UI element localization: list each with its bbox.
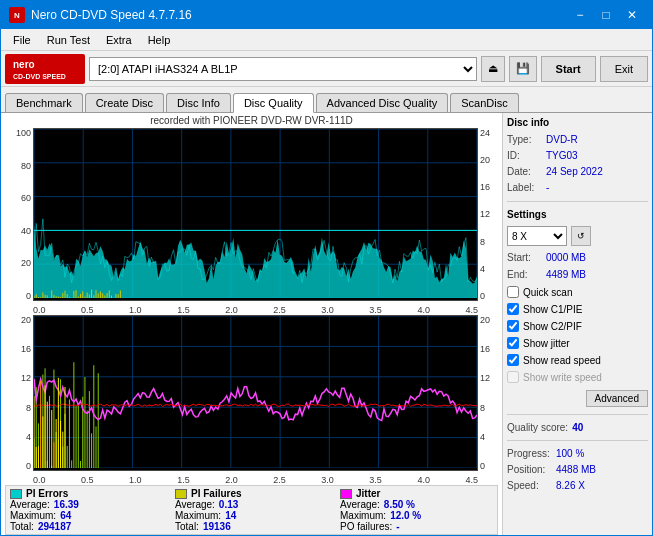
disc-id-row: ID: TYG03 <box>507 150 648 161</box>
jitter-po: PO failures: - <box>340 521 493 532</box>
menu-extra[interactable]: Extra <box>98 32 140 48</box>
speed-selector[interactable]: 8 X <box>507 226 567 246</box>
menu-help[interactable]: Help <box>140 32 179 48</box>
disc-date-row: Date: 24 Sep 2022 <box>507 166 648 177</box>
divider-2 <box>507 414 648 415</box>
speed-stat-row: Speed: 8.26 X <box>507 480 648 491</box>
pi-errors-total: Total: 294187 <box>10 521 163 532</box>
pi-errors-max: Maximum: 64 <box>10 510 163 521</box>
c1pie-checkbox[interactable] <box>507 303 519 315</box>
bottom-chart-wrapper: 20 16 12 8 4 0 20 16 12 8 4 0 <box>5 315 498 471</box>
eject-button[interactable]: ⏏ <box>481 56 505 82</box>
jitter-color <box>340 489 352 499</box>
quick-scan-checkbox[interactable] <box>507 286 519 298</box>
jitter-checkbox[interactable] <box>507 337 519 349</box>
bottom-x-axis: 0.0 0.5 1.0 1.5 2.0 2.5 3.0 3.5 4.0 4.5 <box>33 475 478 485</box>
speed-refresh-button[interactable]: ↺ <box>571 226 591 246</box>
jitter-legend: Jitter Average: 8.50 % Maximum: 12.0 % P… <box>340 488 493 532</box>
close-button[interactable]: ✕ <box>620 5 644 25</box>
app-icon: N <box>9 7 25 23</box>
pi-errors-color <box>10 489 22 499</box>
window-title: Nero CD-DVD Speed 4.7.7.16 <box>31 8 568 22</box>
tabs-bar: Benchmark Create Disc Disc Info Disc Qua… <box>1 87 652 113</box>
pi-failures-title: PI Failures <box>175 488 328 499</box>
position-row: Position: 4488 MB <box>507 464 648 475</box>
top-chart <box>33 128 478 301</box>
advanced-button[interactable]: Advanced <box>586 390 648 407</box>
c2pif-row: Show C2/PIF <box>507 320 648 332</box>
right-panel: Disc info Type: DVD-R ID: TYG03 Date: 24… <box>502 113 652 535</box>
svg-text:CD-DVD SPEED: CD-DVD SPEED <box>13 73 66 80</box>
top-x-axis: 0.0 0.5 1.0 1.5 2.0 2.5 3.0 3.5 4.0 4.5 <box>33 305 478 315</box>
pi-failures-max: Maximum: 14 <box>175 510 328 521</box>
speed-row: 8 X ↺ <box>507 226 648 246</box>
save-button[interactable]: 💾 <box>509 56 537 82</box>
bottom-y-axis-right: 20 16 12 8 4 0 <box>478 315 498 471</box>
pi-failures-total: Total: 19136 <box>175 521 328 532</box>
jitter-row: Show jitter <box>507 337 648 349</box>
bottom-chart <box>33 315 478 471</box>
svg-text:nero: nero <box>13 59 35 70</box>
start-button[interactable]: Start <box>541 56 596 82</box>
read-speed-row: Show read speed <box>507 354 648 366</box>
drive-selector[interactable]: [2:0] ATAPI iHAS324 A BL1P <box>89 57 477 81</box>
pi-errors-legend: PI Errors Average: 16.39 Maximum: 64 Tot… <box>10 488 163 532</box>
tab-scan-disc[interactable]: ScanDisc <box>450 93 518 112</box>
menu-bar: File Run Test Extra Help <box>1 29 652 51</box>
top-y-axis-right: 24 20 16 12 8 4 0 <box>478 128 498 301</box>
top-x-labels: 0.0 0.5 1.0 1.5 2.0 2.5 3.0 3.5 4.0 4.5 <box>33 305 478 315</box>
end-mb-row: End: 4489 MB <box>507 269 648 280</box>
divider-3 <box>507 440 648 441</box>
content-area: recorded with PIONEER DVD-RW DVR-111D 10… <box>1 113 652 535</box>
maximize-button[interactable]: □ <box>594 5 618 25</box>
title-controls: − □ ✕ <box>568 5 644 25</box>
charts-area: recorded with PIONEER DVD-RW DVR-111D 10… <box>1 113 502 535</box>
bottom-y-axis-left: 20 16 12 8 4 0 <box>5 315 33 471</box>
menu-file[interactable]: File <box>5 32 39 48</box>
pi-failures-color <box>175 489 187 499</box>
jitter-avg: Average: 8.50 % <box>340 499 493 510</box>
pi-failures-avg: Average: 0.13 <box>175 499 328 510</box>
tab-create-disc[interactable]: Create Disc <box>85 93 164 112</box>
pi-failures-legend: PI Failures Average: 0.13 Maximum: 14 To… <box>175 488 328 532</box>
progress-row: Progress: 100 % <box>507 448 648 459</box>
settings-title: Settings <box>507 209 648 220</box>
tab-benchmark[interactable]: Benchmark <box>5 93 83 112</box>
disc-label-row: Label: - <box>507 182 648 193</box>
legend-bar: PI Errors Average: 16.39 Maximum: 64 Tot… <box>5 485 498 535</box>
write-speed-checkbox[interactable] <box>507 371 519 383</box>
bottom-x-labels: 0.0 0.5 1.0 1.5 2.0 2.5 3.0 3.5 4.0 4.5 <box>33 475 478 485</box>
tab-advanced-disc-quality[interactable]: Advanced Disc Quality <box>316 93 449 112</box>
exit-button[interactable]: Exit <box>600 56 648 82</box>
menu-run-test[interactable]: Run Test <box>39 32 98 48</box>
read-speed-checkbox[interactable] <box>507 354 519 366</box>
tab-disc-info[interactable]: Disc Info <box>166 93 231 112</box>
top-chart-wrapper: 100 80 60 40 20 0 24 20 16 12 8 4 <box>5 128 498 301</box>
jitter-title: Jitter <box>340 488 493 499</box>
c1pie-row: Show C1/PIE <box>507 303 648 315</box>
disc-info-title: Disc info <box>507 117 648 128</box>
tab-disc-quality[interactable]: Disc Quality <box>233 93 314 113</box>
pi-errors-title: PI Errors <box>10 488 163 499</box>
jitter-max: Maximum: 12.0 % <box>340 510 493 521</box>
c2pif-checkbox[interactable] <box>507 320 519 332</box>
pi-errors-avg: Average: 16.39 <box>10 499 163 510</box>
quick-scan-row: Quick scan <box>507 286 648 298</box>
disc-type-row: Type: DVD-R <box>507 134 648 145</box>
divider-1 <box>507 201 648 202</box>
quality-row: Quality score: 40 <box>507 422 648 433</box>
nero-logo: nero CD-DVD SPEED <box>5 54 85 84</box>
title-bar: N Nero CD-DVD Speed 4.7.7.16 − □ ✕ <box>1 1 652 29</box>
toolbar: nero CD-DVD SPEED [2:0] ATAPI iHAS324 A … <box>1 51 652 87</box>
start-mb-row: Start: 0000 MB <box>507 252 648 263</box>
top-y-axis-left: 100 80 60 40 20 0 <box>5 128 33 301</box>
chart-subtitle: recorded with PIONEER DVD-RW DVR-111D <box>5 115 498 126</box>
minimize-button[interactable]: − <box>568 5 592 25</box>
main-window: N Nero CD-DVD Speed 4.7.7.16 − □ ✕ File … <box>0 0 653 536</box>
write-speed-row: Show write speed <box>507 371 648 383</box>
